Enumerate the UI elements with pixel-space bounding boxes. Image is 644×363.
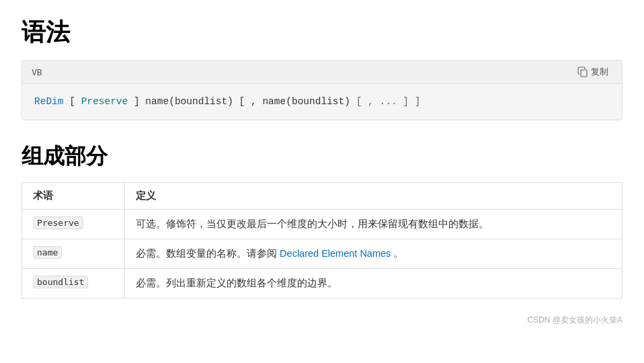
term-name: name — [33, 246, 62, 259]
code-name2: name — [262, 96, 286, 107]
section1-title: 语法 — [22, 16, 622, 49]
def-pre: 必需。数组变量的名称。请参阅 — [136, 248, 277, 259]
definition-cell: 可选。修饰符，当仅更改最后一个维度的大小时，用来保留现有数组中的数据。 — [125, 209, 622, 239]
section2-title: 组成部分 — [22, 142, 622, 171]
copy-button[interactable]: 复制 — [573, 65, 612, 79]
code-rest: [ , ... ] ] — [356, 96, 421, 107]
code-header: VB 复制 — [22, 61, 622, 84]
term-cell: Preserve — [22, 209, 125, 239]
paren1: ( — [169, 96, 175, 107]
code-body: ReDim [ Preserve ] name(boundlist) [ , n… — [22, 84, 622, 120]
col-term: 术语 — [22, 182, 125, 209]
table-row: name 必需。数组变量的名称。请参阅 Declared Element Nam… — [22, 239, 622, 268]
watermark-text: CSDN @卖女孩的小火柴A — [527, 315, 622, 325]
declared-element-names-link[interactable]: Declared Element Names — [280, 248, 391, 259]
bracket2: ] — [134, 96, 145, 107]
bracket3: [ — [239, 96, 251, 107]
definition-name: 必需。数组变量的名称。请参阅 Declared Element Names 。 — [136, 248, 403, 259]
code-boundlist1: boundlist — [175, 96, 227, 107]
definition-table: 术语 定义 Preserve 可选。修饰符，当仅更改最后一个维度的大小时，用来保… — [22, 182, 622, 299]
comma: , — [251, 96, 262, 107]
paren3: ( — [286, 96, 292, 107]
table-header-row: 术语 定义 — [22, 182, 622, 209]
code-name1: name — [145, 96, 169, 107]
term-preserve: Preserve — [33, 216, 83, 229]
copy-label: 复制 — [591, 66, 608, 78]
code-lang: VB — [32, 67, 42, 77]
copy-icon — [577, 67, 588, 77]
watermark: CSDN @卖女孩的小火柴A — [22, 315, 622, 326]
paren4: ) — [344, 96, 350, 107]
code-block: VB 复制 ReDim [ Preserve ] name(boundlist)… — [22, 60, 622, 120]
keyword-preserve: Preserve — [81, 96, 128, 107]
keyword-redim: ReDim — [34, 96, 64, 107]
svg-rect-0 — [581, 70, 587, 77]
definition-cell: 必需。列出重新定义的数组各个维度的边界。 — [125, 269, 622, 298]
definition-preserve: 可选。修饰符，当仅更改最后一个维度的大小时，用来保留现有数组中的数据。 — [136, 218, 489, 229]
definition-boundlist: 必需。列出重新定义的数组各个维度的边界。 — [136, 278, 337, 288]
paren2: ) — [227, 96, 233, 107]
definition-cell: 必需。数组变量的名称。请参阅 Declared Element Names 。 — [125, 239, 622, 268]
def-post: 。 — [393, 248, 403, 259]
term-cell: boundlist — [22, 269, 125, 298]
table-row: Preserve 可选。修饰符，当仅更改最后一个维度的大小时，用来保留现有数组中… — [22, 209, 622, 239]
col-definition: 定义 — [125, 182, 622, 209]
term-cell: name — [22, 239, 125, 268]
term-boundlist: boundlist — [33, 276, 88, 288]
bracket1: [ — [69, 96, 81, 107]
code-boundlist2: boundlist — [292, 96, 344, 107]
table-row: boundlist 必需。列出重新定义的数组各个维度的边界。 — [22, 269, 622, 298]
